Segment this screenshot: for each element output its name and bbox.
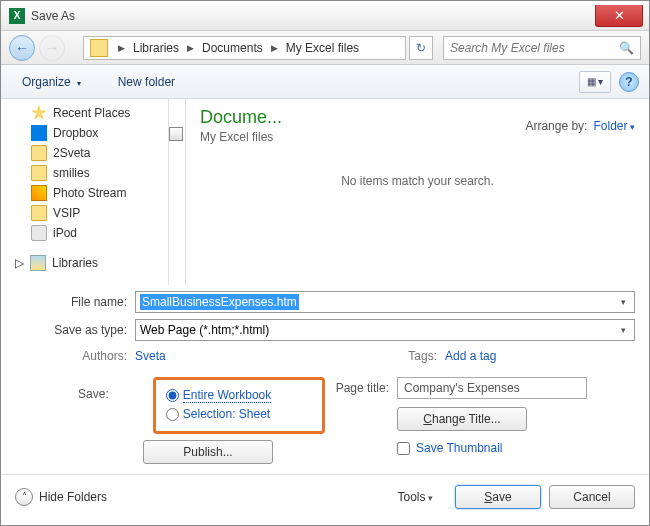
checkbox-input[interactable] — [397, 442, 410, 455]
chevron-down-icon[interactable]: ▾ — [617, 325, 630, 335]
dropbox-icon — [31, 125, 47, 141]
filename-input[interactable]: SmallBusinessExpenses.htm — [140, 294, 299, 310]
tree-item-folder[interactable]: VSIP — [1, 203, 168, 223]
chevron-icon[interactable]: ▶ — [181, 43, 200, 53]
photo-icon — [31, 185, 47, 201]
save-button[interactable]: Save — [455, 485, 541, 509]
radio-input[interactable] — [166, 389, 179, 402]
expand-icon[interactable]: ▷ — [15, 256, 24, 270]
toolbar: Organize New folder ▦ ▾ ? — [1, 65, 649, 99]
pagetitle-label: Page title: — [325, 381, 397, 395]
folder-tree[interactable]: Recent Places Dropbox 2Sveta smilies Pho… — [1, 99, 169, 285]
tree-item-recent[interactable]: Recent Places — [1, 103, 168, 123]
search-box[interactable]: 🔍 — [443, 36, 641, 60]
folder-icon — [31, 145, 47, 161]
save-label: Save: — [77, 377, 117, 434]
titlebar: X Save As ✕ — [1, 1, 649, 31]
tree-label: Photo Stream — [53, 186, 126, 200]
chevron-down-icon[interactable]: ▾ — [617, 297, 630, 307]
radio-input[interactable] — [166, 408, 179, 421]
tags-label: Tags: — [325, 349, 445, 363]
view-options-button[interactable]: ▦ ▾ — [579, 71, 611, 93]
tree-label: Recent Places — [53, 106, 130, 120]
radio-label: Selection: Sheet — [183, 407, 270, 421]
radio-label: Entire Workbook — [183, 388, 271, 403]
filename-label: File name: — [15, 295, 135, 309]
footer: ˄ Hide Folders Tools Save Cancel — [1, 474, 649, 518]
checkbox-label: Save Thumbnail — [416, 441, 503, 455]
cancel-button[interactable]: Cancel — [549, 485, 635, 509]
window-title: Save As — [31, 9, 595, 23]
folder-icon — [31, 165, 47, 181]
search-input[interactable] — [450, 41, 619, 55]
organize-menu[interactable]: Organize — [11, 71, 98, 93]
empty-message: No items match your search. — [200, 174, 635, 188]
hide-folders-button[interactable]: ˄ Hide Folders — [15, 488, 107, 506]
splitter[interactable] — [169, 99, 185, 285]
authors-label: Authors: — [15, 349, 135, 363]
ipod-icon — [31, 225, 47, 241]
navbar: ← → ▶ Libraries ▶ Documents ▶ My Excel f… — [1, 31, 649, 65]
tree-label: VSIP — [53, 206, 80, 220]
breadcrumb[interactable]: ▶ Libraries ▶ Documents ▶ My Excel files — [83, 36, 406, 60]
star-icon — [31, 105, 47, 121]
tags-value[interactable]: Add a tag — [445, 349, 496, 363]
search-icon[interactable]: 🔍 — [619, 41, 634, 55]
close-button[interactable]: ✕ — [595, 5, 643, 27]
savetype-value: Web Page (*.htm;*.html) — [140, 323, 269, 337]
change-title-button[interactable]: Change Title... — [397, 407, 527, 431]
main-panel: Recent Places Dropbox 2Sveta smilies Pho… — [1, 99, 649, 285]
publish-button[interactable]: Publish... — [143, 440, 273, 464]
help-button[interactable]: ? — [619, 72, 639, 92]
tree-label: Libraries — [52, 256, 98, 270]
content-title: Docume... — [200, 107, 282, 128]
arrange-by-dropdown[interactable]: Folder — [593, 119, 635, 133]
tree-label: smilies — [53, 166, 90, 180]
filename-field[interactable]: SmallBusinessExpenses.htm ▾ — [135, 291, 635, 313]
save-form: File name: SmallBusinessExpenses.htm ▾ S… — [1, 285, 649, 474]
chevron-icon[interactable]: ▶ — [265, 43, 284, 53]
chevron-icon[interactable]: ▶ — [112, 43, 131, 53]
save-thumbnail-checkbox[interactable]: Save Thumbnail — [397, 441, 635, 455]
content-pane: Docume... My Excel files Arrange by: Fol… — [185, 99, 649, 285]
save-scope-highlight: Entire Workbook Selection: Sheet — [153, 377, 325, 434]
forward-button: → — [39, 35, 65, 61]
tree-label: 2Sveta — [53, 146, 90, 160]
authors-value[interactable]: Sveta — [135, 349, 166, 363]
breadcrumb-seg[interactable]: Documents — [200, 41, 265, 55]
folder-icon — [31, 205, 47, 221]
tree-label: iPod — [53, 226, 77, 240]
breadcrumb-seg[interactable]: Libraries — [131, 41, 181, 55]
tools-menu[interactable]: Tools — [397, 490, 433, 504]
refresh-button[interactable]: ↻ — [409, 36, 433, 60]
chevron-up-icon: ˄ — [15, 488, 33, 506]
tree-item-libraries[interactable]: ▷Libraries — [1, 253, 168, 273]
tree-label: Dropbox — [53, 126, 98, 140]
tree-item-folder[interactable]: 2Sveta — [1, 143, 168, 163]
content-subtitle: My Excel files — [200, 130, 282, 144]
breadcrumb-seg[interactable]: My Excel files — [284, 41, 361, 55]
arrange-label: Arrange by: — [525, 119, 587, 133]
tree-item-folder[interactable]: smilies — [1, 163, 168, 183]
tree-item-photo[interactable]: Photo Stream — [1, 183, 168, 203]
savetype-dropdown[interactable]: Web Page (*.htm;*.html) ▾ — [135, 319, 635, 341]
tree-item-ipod[interactable]: iPod — [1, 223, 168, 243]
pagetitle-input[interactable] — [397, 377, 587, 399]
savetype-label: Save as type: — [15, 323, 135, 337]
excel-icon: X — [9, 8, 25, 24]
location-icon — [90, 39, 108, 57]
libraries-icon — [30, 255, 46, 271]
radio-selection-sheet[interactable]: Selection: Sheet — [166, 407, 312, 421]
scroll-thumb[interactable] — [169, 127, 183, 141]
radio-entire-workbook[interactable]: Entire Workbook — [166, 388, 312, 403]
new-folder-button[interactable]: New folder — [118, 75, 175, 89]
tree-item-dropbox[interactable]: Dropbox — [1, 123, 168, 143]
back-button[interactable]: ← — [9, 35, 35, 61]
hide-folders-label: Hide Folders — [39, 490, 107, 504]
